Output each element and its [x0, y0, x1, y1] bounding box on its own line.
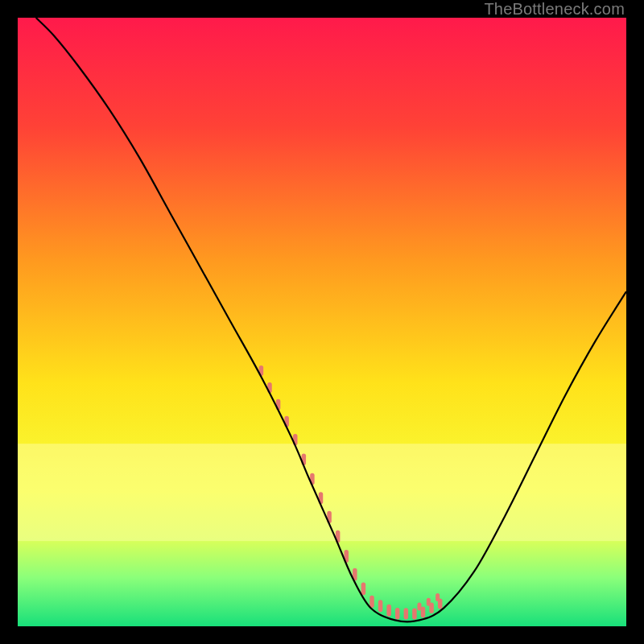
watermark-text: TheBottleneck.com: [484, 0, 625, 19]
chart-frame: [18, 18, 626, 626]
marker-tick: [404, 608, 409, 619]
marker-tick: [378, 600, 383, 612]
marker-tick: [395, 608, 400, 620]
marker-tick: [361, 583, 366, 596]
marker-tick: [421, 606, 426, 617]
bottleneck-chart: [18, 18, 626, 626]
marker-tick: [369, 596, 374, 608]
marker-tick: [417, 602, 421, 610]
marker-tick: [386, 605, 391, 617]
marker-tick: [412, 608, 417, 619]
marker-tick: [427, 598, 431, 606]
marker-tick: [436, 593, 440, 601]
